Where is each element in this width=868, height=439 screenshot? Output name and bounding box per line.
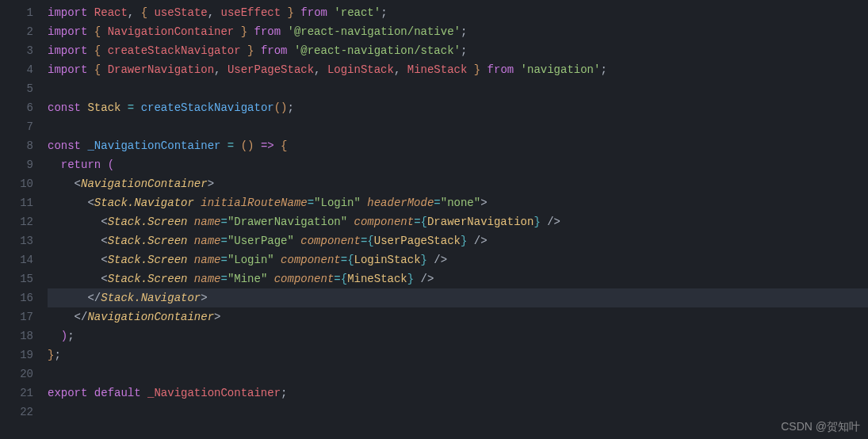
- line-number: 6: [0, 98, 33, 117]
- code-line[interactable]: <Stack.Navigator initialRouteName="Login…: [48, 193, 868, 212]
- code-line[interactable]: [48, 79, 868, 98]
- code-line[interactable]: const _NavigationContainer = () => {: [48, 136, 868, 155]
- code-line[interactable]: </Stack.Navigator>: [48, 288, 868, 307]
- line-number: 4: [0, 60, 33, 79]
- code-line[interactable]: <Stack.Screen name="UserPage" component=…: [48, 231, 868, 250]
- line-number: 2: [0, 22, 33, 41]
- line-number: 9: [0, 155, 33, 174]
- line-number: 1: [0, 3, 33, 22]
- line-number: 13: [0, 231, 33, 250]
- code-line[interactable]: import { DrawerNavigation, UserPageStack…: [48, 60, 868, 79]
- code-line[interactable]: <Stack.Screen name="Login" component={Lo…: [48, 250, 868, 269]
- code-line[interactable]: return (: [48, 155, 868, 174]
- line-number: 11: [0, 193, 33, 212]
- line-number: 10: [0, 174, 33, 193]
- line-number: 14: [0, 250, 33, 269]
- code-area[interactable]: import React, { useState, useEffect } fr…: [48, 0, 868, 439]
- line-number: 7: [0, 117, 33, 136]
- code-line[interactable]: [48, 403, 868, 422]
- code-line[interactable]: export default _NavigationContainer;: [48, 384, 868, 403]
- line-number: 21: [0, 384, 33, 403]
- line-number: 17: [0, 307, 33, 326]
- code-line[interactable]: <NavigationContainer>: [48, 174, 868, 193]
- watermark: CSDN @贺知叶: [781, 420, 860, 434]
- line-number: 15: [0, 269, 33, 288]
- line-number: 20: [0, 365, 33, 384]
- code-line[interactable]: const Stack = createStackNavigator();: [48, 98, 868, 117]
- line-gutter: 1 2 3 4 5 6 7 8 9 10 11 12 13 14 15 16 1…: [0, 0, 48, 439]
- line-number: 12: [0, 212, 33, 231]
- code-line[interactable]: <Stack.Screen name="Mine" component={Min…: [48, 269, 868, 288]
- code-line[interactable]: <Stack.Screen name="DrawerNavigation" co…: [48, 212, 868, 231]
- code-line[interactable]: </NavigationContainer>: [48, 307, 868, 326]
- line-number: 19: [0, 345, 33, 365]
- code-line[interactable]: import { NavigationContainer } from '@re…: [48, 22, 868, 41]
- code-line[interactable]: import React, { useState, useEffect } fr…: [48, 3, 868, 22]
- code-line[interactable]: };: [48, 345, 868, 365]
- code-line[interactable]: [48, 365, 868, 384]
- code-line[interactable]: import { createStackNavigator } from '@r…: [48, 41, 868, 60]
- line-number: 3: [0, 41, 33, 60]
- line-number: 18: [0, 326, 33, 345]
- line-number: 16: [0, 288, 33, 307]
- line-number: 8: [0, 136, 33, 155]
- line-number: 22: [0, 403, 33, 422]
- code-editor[interactable]: 1 2 3 4 5 6 7 8 9 10 11 12 13 14 15 16 1…: [0, 0, 868, 439]
- code-line[interactable]: );: [48, 326, 868, 345]
- code-line[interactable]: [48, 117, 868, 136]
- line-number: 5: [0, 79, 33, 98]
